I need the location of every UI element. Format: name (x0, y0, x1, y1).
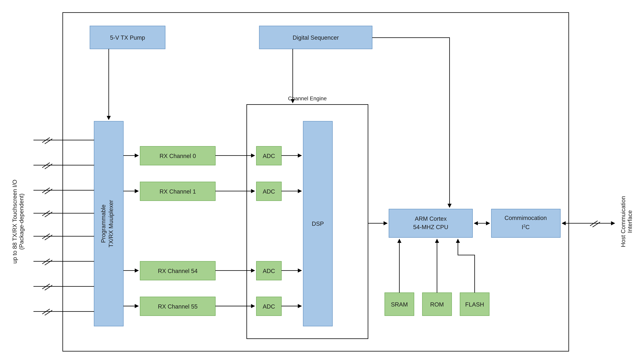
comm-label-line2: I2C (522, 224, 530, 230)
tx-pump-label: 5-V TX Pump (110, 34, 145, 41)
channel-engine-title: Channel Engine (288, 96, 327, 102)
host-open-pin (590, 221, 600, 227)
touchscreen-io-label-line1: up to 88 TX/RX Touchscreen I/O (12, 180, 18, 264)
flash-label: FLASH (465, 301, 484, 308)
rx-channel-1-label: RX Channel 1 (160, 188, 196, 195)
digital-sequencer-label: Digital Sequencer (293, 34, 339, 41)
rx-channel-54-label: RX Channel 54 (158, 268, 198, 274)
rom-label: ROM (430, 301, 444, 308)
comm-block (491, 209, 560, 238)
adc-1-label: ADC (263, 188, 275, 195)
touchscreen-io-label-line2: (Package-dependent) (18, 194, 25, 250)
mux-label-line1: Programmable (100, 204, 107, 243)
adc-55-label: ADC (263, 303, 275, 310)
rx-channel-0-label: RX Channel 0 (160, 153, 196, 159)
cpu-label-line1: ARM Cortex (415, 216, 447, 222)
mux-label-line2: TX/RX Muuiplexer (108, 200, 114, 248)
arrow-flash-cpu (458, 239, 475, 293)
comm-label-line1: Commimocation (504, 215, 547, 221)
left-io-pins (34, 138, 94, 315)
adc-0-label: ADC (263, 153, 275, 159)
host-comm-label-line2: Interface (626, 210, 633, 233)
rx-channel-55-label: RX Channel 55 (158, 303, 198, 310)
dsp-label: DSP (312, 220, 324, 227)
host-comm-label-line1: Host Commuication (620, 196, 626, 247)
cpu-label-line2: 54-MHZ CPU (413, 224, 448, 230)
sram-label: SRAM (391, 301, 408, 308)
adc-54-label: ADC (263, 268, 275, 274)
cpu-block (389, 209, 472, 238)
arrow-seq-to-cpu (372, 38, 450, 207)
